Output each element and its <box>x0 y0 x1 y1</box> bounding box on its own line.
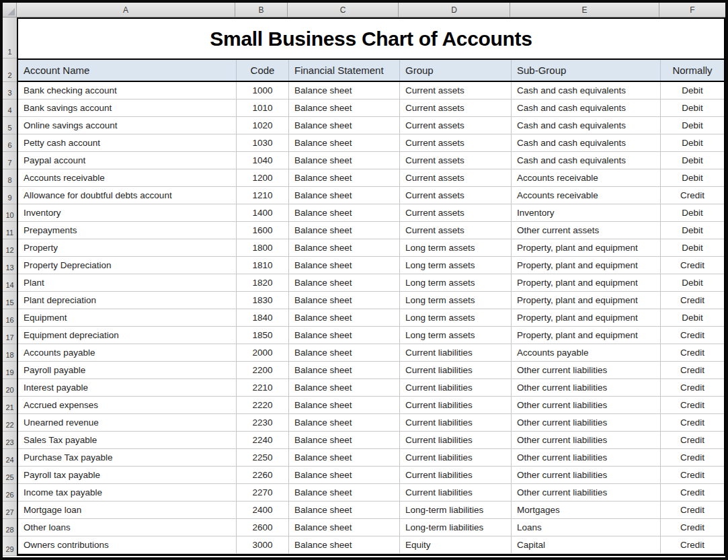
cell-code[interactable]: 1820 <box>237 274 289 292</box>
cell-code[interactable]: 1210 <box>237 187 289 204</box>
cell-group[interactable]: Current assets <box>400 222 512 239</box>
cell-code[interactable]: 1040 <box>237 152 289 169</box>
header-cell-financial-statement[interactable]: Financial Statement <box>289 60 400 81</box>
cell-account-name[interactable]: Online savings account <box>18 117 237 134</box>
cell-group[interactable]: Long term assets <box>400 257 512 274</box>
cell-account-name[interactable]: Plant depreciation <box>18 292 237 309</box>
cell-account-name[interactable]: Sales Tax payable <box>18 432 237 449</box>
column-header-d[interactable]: D <box>399 3 510 17</box>
cell-financial-statement[interactable]: Balance sheet <box>289 239 400 257</box>
cell-group[interactable]: Long term assets <box>400 309 512 327</box>
cell-financial-statement[interactable]: Balance sheet <box>289 292 400 309</box>
cell-financial-statement[interactable]: Balance sheet <box>289 82 400 99</box>
cell-account-name[interactable]: Income tax payable <box>18 484 237 502</box>
cell-account-name[interactable]: Other loans <box>18 519 237 536</box>
cell-account-name[interactable]: Owners contributions <box>18 536 237 554</box>
cell-normally[interactable]: Credit <box>661 536 724 554</box>
cell-code[interactable]: 3000 <box>237 536 289 554</box>
column-header-e[interactable]: E <box>510 3 659 17</box>
row-number[interactable]: 12 <box>3 239 17 257</box>
cell-group[interactable]: Long-term liabilities <box>400 519 512 536</box>
cell-code[interactable]: 2250 <box>237 449 289 467</box>
cell-normally[interactable]: Credit <box>661 327 724 344</box>
row-number[interactable]: 19 <box>3 362 17 379</box>
cell-normally[interactable]: Debit <box>661 274 724 292</box>
row-number[interactable]: 8 <box>3 169 17 187</box>
cell-code[interactable]: 1200 <box>237 169 289 187</box>
cell-normally[interactable]: Credit <box>661 362 724 379</box>
header-cell-group[interactable]: Group <box>400 60 512 81</box>
cell-group[interactable]: Current assets <box>400 152 512 169</box>
cell-account-name[interactable]: Mortgage loan <box>18 502 237 519</box>
cell-sub-group[interactable]: Cash and cash equivalents <box>512 152 661 169</box>
header-cell-code[interactable]: Code <box>237 60 289 81</box>
cell-sub-group[interactable]: Other current assets <box>512 222 661 239</box>
cell-code[interactable]: 1840 <box>237 309 289 327</box>
cell-normally[interactable]: Credit <box>661 292 724 309</box>
cell-normally[interactable]: Credit <box>661 397 724 414</box>
cell-group[interactable]: Current liabilities <box>400 414 512 432</box>
row-number[interactable]: 7 <box>3 152 17 169</box>
cell-group[interactable]: Long term assets <box>400 327 512 344</box>
cell-sub-group[interactable]: Other current liabilities <box>512 362 661 379</box>
column-header-a[interactable]: A <box>17 3 235 17</box>
cell-normally[interactable]: Debit <box>661 99 724 117</box>
cell-account-name[interactable]: Purchase Tax payable <box>18 449 237 467</box>
cell-financial-statement[interactable]: Balance sheet <box>289 519 400 536</box>
cell-group[interactable]: Current assets <box>400 117 512 134</box>
cell-financial-statement[interactable]: Balance sheet <box>289 536 400 554</box>
cell-financial-statement[interactable]: Balance sheet <box>289 484 400 502</box>
cell-sub-group[interactable]: Property, plant and equipment <box>512 239 661 257</box>
cell-account-name[interactable]: Property <box>18 239 237 257</box>
row-number[interactable]: 5 <box>3 117 17 134</box>
cell-account-name[interactable]: Accrued expenses <box>18 397 237 414</box>
row-number[interactable]: 24 <box>3 449 17 467</box>
column-header-b[interactable]: B <box>235 3 288 17</box>
cell-sub-group[interactable]: Accounts receivable <box>512 187 661 204</box>
cell-financial-statement[interactable]: Balance sheet <box>289 502 400 519</box>
cell-group[interactable]: Long term assets <box>400 239 512 257</box>
cell-code[interactable]: 2260 <box>237 467 289 484</box>
cell-sub-group[interactable]: Other current liabilities <box>512 467 661 484</box>
cell-sub-group[interactable]: Mortgages <box>512 502 661 519</box>
row-number[interactable]: 9 <box>3 187 17 204</box>
cell-account-name[interactable]: Payroll payable <box>18 362 237 379</box>
row-number[interactable]: 16 <box>3 309 17 327</box>
row-number[interactable]: 26 <box>3 484 17 502</box>
cell-code[interactable]: 2200 <box>237 362 289 379</box>
header-cell-account-name[interactable]: Account Name <box>18 60 237 81</box>
cell-account-name[interactable]: Accounts receivable <box>18 169 237 187</box>
cell-sub-group[interactable]: Inventory <box>512 204 661 222</box>
cell-sub-group[interactable]: Property, plant and equipment <box>512 309 661 327</box>
row-number[interactable]: 28 <box>3 519 17 536</box>
cell-code[interactable]: 2270 <box>237 484 289 502</box>
cell-account-name[interactable]: Payroll tax payable <box>18 467 237 484</box>
cell-normally[interactable]: Debit <box>661 239 724 257</box>
cell-account-name[interactable]: Prepayments <box>18 222 237 239</box>
row-number[interactable]: 1 <box>3 17 17 58</box>
cell-normally[interactable]: Credit <box>661 449 724 467</box>
cell-code[interactable]: 1400 <box>237 204 289 222</box>
cell-financial-statement[interactable]: Balance sheet <box>289 204 400 222</box>
row-number[interactable]: 3 <box>3 82 17 99</box>
cell-sub-group[interactable]: Property, plant and equipment <box>512 292 661 309</box>
cell-account-name[interactable]: Unearned revenue <box>18 414 237 432</box>
cell-code[interactable]: 2210 <box>237 379 289 397</box>
cell-group[interactable]: Long term assets <box>400 274 512 292</box>
cell-sub-group[interactable]: Cash and cash equivalents <box>512 82 661 99</box>
row-number[interactable]: 14 <box>3 274 17 292</box>
select-all-button[interactable] <box>3 3 17 17</box>
cell-group[interactable]: Current assets <box>400 169 512 187</box>
cell-sub-group[interactable]: Accounts receivable <box>512 169 661 187</box>
cell-code[interactable]: 2240 <box>237 432 289 449</box>
cell-financial-statement[interactable]: Balance sheet <box>289 432 400 449</box>
cell-sub-group[interactable]: Other current liabilities <box>512 449 661 467</box>
cell-group[interactable]: Current liabilities <box>400 397 512 414</box>
cell-normally[interactable]: Debit <box>661 309 724 327</box>
cell-account-name[interactable]: Equipment <box>18 309 237 327</box>
cell-financial-statement[interactable]: Balance sheet <box>289 309 400 327</box>
cell-account-name[interactable]: Inventory <box>18 204 237 222</box>
cell-normally[interactable]: Debit <box>661 152 724 169</box>
cell-financial-statement[interactable]: Balance sheet <box>289 152 400 169</box>
cell-sub-group[interactable]: Cash and cash equivalents <box>512 99 661 117</box>
